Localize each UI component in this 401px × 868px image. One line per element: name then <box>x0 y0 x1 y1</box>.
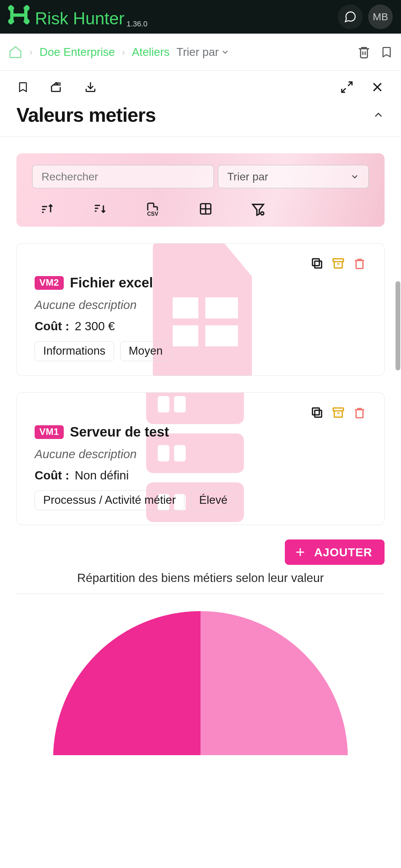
cost-value: Non défini <box>75 468 129 482</box>
app-header: Risk Hunter 1.36.0 MB <box>0 0 401 34</box>
svg-line-7 <box>348 82 352 86</box>
chat-button[interactable] <box>338 4 363 29</box>
copy-icon[interactable] <box>310 257 324 270</box>
svg-rect-6 <box>24 8 28 22</box>
delete-icon[interactable] <box>353 406 366 419</box>
chevron-down-icon <box>221 48 230 57</box>
card-title[interactable]: Serveur de test <box>70 424 169 440</box>
value-card: VM2 Fichier excel Aucune description Coû… <box>16 243 385 376</box>
filter-settings-icon[interactable] <box>251 202 265 216</box>
svg-rect-43 <box>313 408 319 415</box>
page-title-row: Valeurs metiers <box>0 104 401 137</box>
app-version: 1.36.0 <box>126 20 147 28</box>
breadcrumb: › Doe Enterprise › Ateliers Trier par <box>8 45 357 59</box>
pie-chart <box>0 611 401 755</box>
delete-icon[interactable] <box>353 257 366 270</box>
app-name: Risk Hunter <box>35 9 124 28</box>
tag[interactable]: Informations <box>35 341 114 361</box>
svg-rect-42 <box>315 410 321 417</box>
download-icon[interactable] <box>83 81 98 94</box>
trash-icon[interactable] <box>357 45 371 60</box>
breadcrumb-org[interactable]: Doe Enterprise <box>39 46 115 59</box>
cost-label: Coût : <box>35 319 69 333</box>
bookmark-outline-icon[interactable] <box>17 80 29 94</box>
close-icon[interactable] <box>371 81 384 94</box>
chart-title: Répartition des biens métiers selon leur… <box>16 565 385 594</box>
archive-icon[interactable] <box>331 406 345 419</box>
svg-text:CSV: CSV <box>147 211 158 216</box>
export-csv-icon[interactable]: CSV <box>145 202 160 216</box>
cost-value: 2 300 € <box>75 319 115 333</box>
card-badge: VM1 <box>35 425 64 439</box>
sort-desc-icon[interactable] <box>92 202 107 216</box>
brand[interactable]: Risk Hunter 1.36.0 <box>8 5 338 28</box>
svg-rect-29 <box>315 261 321 268</box>
grid-icon[interactable] <box>198 202 213 216</box>
action-bar <box>0 71 401 104</box>
tag[interactable]: Processus / Activité métier <box>35 490 184 510</box>
chevron-right-icon: › <box>122 47 125 58</box>
bookmark-icon[interactable] <box>380 45 393 60</box>
scrollbar-thumb[interactable] <box>396 281 400 370</box>
user-initials: MB <box>373 11 388 23</box>
home-icon[interactable] <box>8 45 23 59</box>
sort-select[interactable]: Trier par <box>218 165 369 188</box>
copy-icon[interactable] <box>310 406 324 419</box>
breadcrumb-bar: › Doe Enterprise › Ateliers Trier par <box>0 34 401 71</box>
svg-point-24 <box>261 212 264 215</box>
logo-icon <box>8 5 29 24</box>
chevron-down-icon <box>350 172 360 181</box>
page-title: Valeurs metiers <box>16 104 372 126</box>
cost-label: Coût : <box>35 468 69 482</box>
chevron-right-icon: › <box>29 47 33 58</box>
tag[interactable]: Moyen <box>120 341 171 361</box>
card-badge: VM2 <box>35 276 64 290</box>
card-description: Aucune description <box>35 447 366 461</box>
chat-icon <box>344 10 357 23</box>
search-input[interactable] <box>32 165 214 188</box>
value-card: VM1 Serveur de test Aucune description C… <box>16 392 385 525</box>
expand-icon[interactable] <box>340 80 354 94</box>
svg-rect-31 <box>333 259 343 262</box>
user-avatar[interactable]: MB <box>368 4 393 29</box>
sort-asc-icon[interactable] <box>39 202 54 216</box>
tag[interactable]: Élevé <box>191 490 236 510</box>
svg-line-8 <box>342 88 346 92</box>
filter-panel: Trier par CSV <box>16 153 385 227</box>
archive-icon[interactable] <box>331 257 345 270</box>
card-title[interactable]: Fichier excel <box>70 275 153 290</box>
share-icon[interactable] <box>49 81 63 94</box>
chevron-up-icon[interactable] <box>372 109 385 121</box>
svg-marker-23 <box>253 204 264 215</box>
add-button[interactable]: AJOUTER <box>285 539 385 565</box>
card-description: Aucune description <box>35 298 366 312</box>
svg-rect-30 <box>313 259 319 266</box>
plus-icon <box>294 546 306 558</box>
breadcrumb-section[interactable]: Ateliers <box>132 46 170 59</box>
svg-rect-5 <box>10 8 14 22</box>
svg-rect-44 <box>333 408 343 411</box>
breadcrumb-sort[interactable]: Trier par <box>177 46 230 59</box>
